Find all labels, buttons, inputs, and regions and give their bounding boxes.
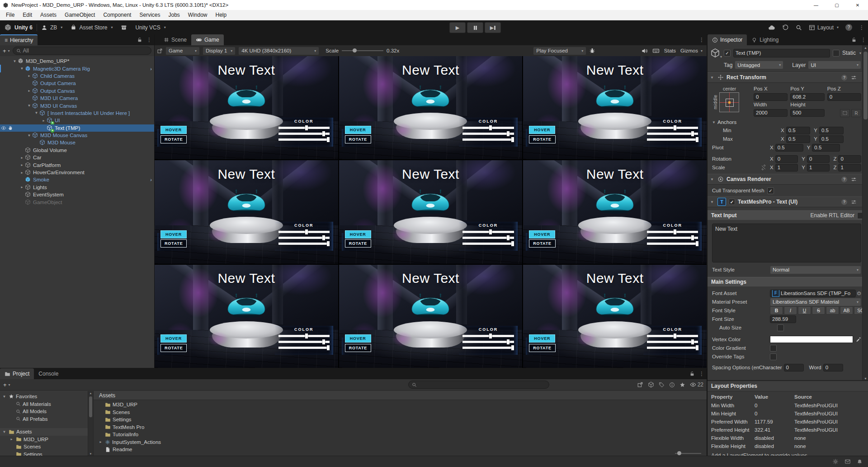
asset-list-item[interactable]: TextMesh Pro (94, 424, 707, 431)
help-icon[interactable]: ? (841, 176, 847, 182)
rotate-button[interactable]: ROTATE (529, 135, 555, 143)
slider-handle[interactable] (322, 339, 325, 344)
slider-handle[interactable] (507, 235, 509, 240)
hover-button[interactable]: HOVER (529, 334, 555, 343)
layout-dropdown[interactable]: Layout▾ (809, 24, 839, 31)
add-object-button[interactable]: +▾ (3, 48, 10, 54)
color-slider[interactable] (462, 138, 514, 141)
scale-y-field[interactable]: 1 (807, 164, 830, 172)
lock-icon[interactable] (137, 37, 142, 43)
gizmos-dropdown[interactable]: Gizmos▾ (680, 48, 703, 53)
mute-audio-icon[interactable] (641, 48, 648, 54)
tmp-enabled-checkbox[interactable]: ✓ (729, 199, 735, 205)
color-slider[interactable] (278, 237, 330, 239)
hierarchy-row[interactable]: M3D Mouse (0, 139, 154, 146)
slider-handle[interactable] (674, 125, 676, 130)
presets-icon[interactable] (851, 199, 857, 205)
slider-handle[interactable] (322, 131, 325, 136)
link-scale-icon[interactable] (761, 165, 766, 170)
slider-handle[interactable] (674, 229, 676, 234)
hierarchy-row[interactable]: +Text (TMP) (0, 124, 154, 132)
rotation-z-field[interactable]: 0 (838, 155, 861, 163)
font-style-i-button[interactable]: I (784, 306, 797, 315)
slider-handle[interactable] (696, 137, 698, 142)
expand-arrow[interactable]: ▼ (2, 430, 7, 434)
rotate-button[interactable]: ROTATE (529, 239, 555, 248)
hierarchy-row[interactable]: ▼Magnetic3D Camera Rig› (0, 65, 154, 72)
color-slider[interactable] (462, 133, 514, 135)
tmp-component-header[interactable]: ▼ T ✓ TextMeshPro - Text (UI) ? ⋮ (708, 196, 868, 207)
asset-list-item[interactable]: M3D_URP (94, 401, 707, 409)
color-slider[interactable] (278, 231, 330, 233)
color-slider[interactable] (647, 243, 698, 245)
height-field[interactable]: 500 (790, 109, 824, 117)
background-tasks-icon[interactable] (832, 458, 839, 465)
menu-item-file[interactable]: File (2, 10, 19, 20)
spacing-word-field[interactable]: 0 (823, 364, 843, 372)
tree-assets-root[interactable]: ▼Assets (0, 428, 93, 436)
label-icon[interactable] (659, 382, 665, 388)
pause-button[interactable] (467, 22, 483, 33)
project-kebab-icon[interactable]: ⋮ (699, 371, 704, 377)
color-slider[interactable] (462, 341, 514, 343)
menu-item-help[interactable]: Help (212, 10, 231, 20)
expand-arrow[interactable]: ▸ (19, 156, 25, 160)
expand-arrow[interactable]: ▼ (2, 395, 7, 399)
color-slider[interactable] (462, 237, 514, 239)
slider-handle[interactable] (511, 241, 514, 246)
hierarchy-row[interactable]: GameObject (0, 198, 154, 205)
hierarchy-row[interactable]: Smoke› (0, 176, 154, 183)
anchor-max-x-field[interactable]: 0.5 (786, 135, 811, 143)
menu-item-services[interactable]: Services (135, 10, 164, 20)
play-button[interactable]: ▶ (449, 22, 466, 33)
hierarchy-row[interactable]: ▸Child Cameras (0, 72, 154, 80)
tree-folder[interactable]: Scenes (0, 443, 93, 451)
tmp-text-area[interactable]: New Text (712, 224, 861, 262)
rotation-y-field[interactable]: 0 (807, 155, 830, 163)
help-icon[interactable]: ? (845, 24, 852, 31)
slider-handle[interactable] (305, 125, 308, 130)
hidden-count[interactable]: 22 (690, 381, 703, 388)
unity-version-button[interactable]: Unity 6 (0, 20, 37, 34)
raw-edit-button[interactable]: R (851, 109, 861, 117)
step-button[interactable]: ▶ (485, 22, 501, 33)
color-slider[interactable] (462, 347, 514, 349)
rotate-button[interactable]: ROTATE (160, 135, 187, 143)
anchors-fold-icon[interactable]: ▼ (712, 120, 717, 124)
hierarchy-row[interactable]: ▸CarPlatform (0, 161, 154, 168)
keyboard-icon[interactable] (652, 47, 660, 54)
slider-handle[interactable] (327, 345, 330, 350)
anchor-preset-widget[interactable]: center middle (712, 86, 754, 115)
rotate-button[interactable]: ROTATE (160, 239, 187, 248)
scroll-down-icon[interactable]: ▼ (88, 453, 93, 455)
console-message-icon[interactable] (844, 458, 851, 465)
info-icon[interactable] (669, 382, 675, 388)
pivot-y-field[interactable]: 0.5 (812, 144, 840, 152)
hierarchy-search-input[interactable]: All (13, 47, 151, 55)
popout-icon[interactable] (157, 48, 163, 54)
tree-scrollbar[interactable]: ▲▼ (88, 391, 93, 456)
favorite-item[interactable]: All Prefabs (0, 415, 93, 423)
slider-handle[interactable] (507, 339, 509, 344)
hierarchy-row[interactable]: Global Volume (0, 147, 154, 154)
maximize-button[interactable]: ▢ (826, 0, 847, 10)
hierarchy-row[interactable]: Output Camera (0, 80, 154, 87)
color-slider[interactable] (278, 127, 330, 129)
hover-button[interactable]: HOVER (529, 126, 555, 134)
hierarchy-row[interactable]: ▼M3D_Demo_URP* (0, 57, 154, 65)
asset-list-item[interactable]: TutorialInfo (94, 431, 707, 438)
menu-item-edit[interactable]: Edit (19, 10, 36, 20)
tab-console[interactable]: Console (34, 368, 63, 379)
font-style-ab-button[interactable]: ab (826, 306, 839, 315)
slider-handle[interactable] (489, 334, 492, 338)
expand-arrow[interactable]: ▸ (9, 437, 14, 441)
hover-button[interactable]: HOVER (160, 126, 187, 134)
static-checkbox[interactable] (833, 50, 840, 57)
help-icon[interactable]: ? (841, 199, 847, 205)
vertex-color-swatch[interactable] (770, 336, 853, 343)
expand-arrow[interactable]: ▸ (26, 74, 32, 78)
game-mode-dropdown[interactable]: Game▾ (165, 47, 200, 55)
layer-dropdown[interactable]: UI▾ (808, 61, 861, 69)
play-focused-dropdown[interactable]: Play Focused▾ (533, 47, 586, 55)
hierarchy-row[interactable]: ▼M3D UI Canvas (0, 102, 154, 109)
